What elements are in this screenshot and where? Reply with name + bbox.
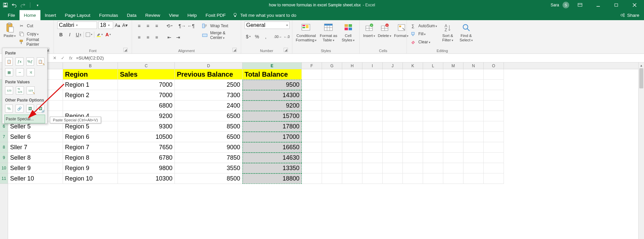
cell[interactable]: 7300	[175, 90, 243, 101]
cell[interactable]	[342, 153, 362, 163]
cell[interactable]	[403, 80, 423, 90]
cell[interactable]: Seller 10	[8, 173, 63, 184]
cell[interactable]: 6800	[118, 101, 175, 111]
increase-font-icon[interactable]: A▴	[115, 22, 121, 28]
cell[interactable]: 8500	[175, 121, 243, 132]
formula-input[interactable]: =SUM(C2:D2)	[75, 55, 644, 61]
col-header-L[interactable]: L	[423, 63, 443, 69]
cell[interactable]	[302, 80, 322, 90]
row-header[interactable]: 8	[0, 142, 8, 153]
cell[interactable]	[362, 69, 383, 80]
underline-button[interactable]: U	[75, 31, 82, 38]
cell[interactable]	[484, 121, 504, 132]
redo-icon[interactable]	[20, 2, 26, 8]
col-header-G[interactable]: G	[322, 63, 342, 69]
cell[interactable]: 9800	[118, 163, 175, 173]
cell[interactable]	[403, 142, 423, 153]
col-header-N[interactable]: N	[463, 63, 484, 69]
user-avatar[interactable]: S	[562, 2, 569, 8]
tell-me-search[interactable]: Tell me what you want to do	[233, 10, 296, 20]
paste-keep-col-widths-icon[interactable]: ↔	[16, 68, 24, 76]
cell[interactable]: 7000	[118, 90, 175, 101]
cell[interactable]	[342, 101, 362, 111]
col-header-B[interactable]: B	[63, 63, 118, 69]
conditional-formatting-button[interactable]: Conditional Formatting	[296, 22, 317, 42]
cell[interactable]	[322, 173, 342, 184]
cell[interactable]: 3550	[175, 163, 243, 173]
cell[interactable]	[302, 173, 322, 184]
decrease-font-icon[interactable]: A▾	[122, 22, 128, 28]
cell[interactable]	[383, 132, 403, 142]
cell[interactable]: Sller 7	[8, 142, 63, 153]
cell[interactable]	[342, 173, 362, 184]
cell[interactable]: 9300	[118, 121, 175, 132]
cell[interactable]: 2400	[175, 101, 243, 111]
cell[interactable]	[403, 163, 423, 173]
sort-filter-button[interactable]: AZSort & Filter	[440, 22, 455, 42]
cell[interactable]	[302, 101, 322, 111]
paste-formulas-icon[interactable]: ƒx	[15, 57, 23, 66]
number-format-combo[interactable]: General▾	[245, 22, 290, 29]
cell[interactable]	[423, 69, 443, 80]
cell[interactable]	[322, 163, 342, 173]
paste-button[interactable]: Paste	[3, 22, 16, 38]
cell[interactable]	[302, 153, 322, 163]
cell[interactable]: Region 2	[63, 90, 118, 101]
cell[interactable]	[342, 132, 362, 142]
cell[interactable]: Region 6	[63, 132, 118, 142]
align-middle-icon[interactable]: ≡	[144, 22, 152, 30]
align-right-icon[interactable]: ≡	[153, 34, 160, 41]
cell[interactable]	[302, 69, 322, 80]
col-header-E[interactable]: E	[243, 63, 302, 69]
cell[interactable]	[342, 90, 362, 101]
cell[interactable]	[362, 111, 383, 121]
paste-link-icon[interactable]: 🔗	[15, 105, 23, 113]
cell[interactable]: Region	[63, 69, 118, 80]
cell[interactable]	[443, 69, 463, 80]
row-header[interactable]: 10	[0, 163, 8, 173]
cell[interactable]: 15700	[243, 111, 302, 121]
cell[interactable]	[403, 101, 423, 111]
decrease-indent-icon[interactable]: ⇤	[166, 34, 173, 41]
cell[interactable]	[383, 153, 403, 163]
cell[interactable]	[362, 121, 383, 132]
cell[interactable]: 10500	[118, 132, 175, 142]
cell[interactable]	[342, 121, 362, 132]
align-top-icon[interactable]: ≡	[135, 22, 143, 30]
cell[interactable]	[403, 153, 423, 163]
paste-transpose-icon[interactable]: ⤭	[27, 68, 35, 76]
cell[interactable]	[443, 173, 463, 184]
cell[interactable]	[463, 111, 484, 121]
col-header-C[interactable]: C	[118, 63, 175, 69]
cell[interactable]	[322, 69, 342, 80]
cell[interactable]	[443, 153, 463, 163]
cell[interactable]	[463, 101, 484, 111]
row-header[interactable]: 7	[0, 132, 8, 142]
cell[interactable]	[342, 80, 362, 90]
cell[interactable]	[484, 173, 504, 184]
cell[interactable]	[403, 121, 423, 132]
tab-file[interactable]: File	[3, 10, 20, 20]
clear-button[interactable]: Clear	[410, 38, 437, 46]
close-button[interactable]	[627, 0, 642, 10]
vertical-scrollbar[interactable]: ▲	[638, 63, 644, 239]
fill-color-button[interactable]	[96, 31, 103, 38]
cell[interactable]: Seller 6	[8, 132, 63, 142]
cell[interactable]	[423, 132, 443, 142]
paste-values-icon[interactable]: 123	[5, 86, 13, 94]
cell[interactable]	[443, 163, 463, 173]
ltr-icon[interactable]: ¶→	[179, 22, 186, 30]
delete-cells-button[interactable]: ×Delete	[378, 22, 391, 38]
cell[interactable]	[423, 163, 443, 173]
tab-view[interactable]: View	[164, 10, 183, 20]
accounting-format-button[interactable]: $	[245, 33, 252, 40]
font-size-combo[interactable]: 18▾	[98, 22, 113, 29]
cell[interactable]	[342, 111, 362, 121]
cell[interactable]	[362, 90, 383, 101]
cell[interactable]: Sales	[118, 69, 175, 80]
cell[interactable]	[463, 90, 484, 101]
cell[interactable]	[322, 111, 342, 121]
ribbon-display-options-icon[interactable]	[573, 0, 587, 10]
cell[interactable]: 7650	[118, 142, 175, 153]
cell[interactable]	[322, 101, 342, 111]
